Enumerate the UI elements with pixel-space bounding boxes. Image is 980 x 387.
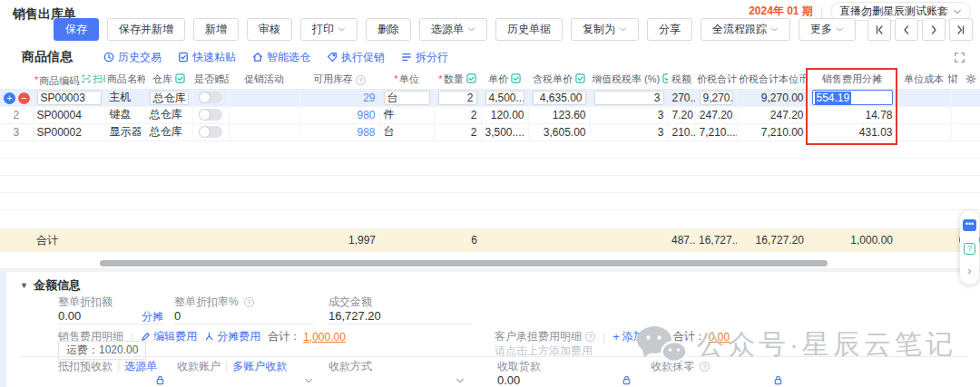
table-row[interactable]: 3 SP00002 显示器 总仓库 988 台 2 3,500.... 3,60… <box>0 123 980 140</box>
vat-rate-input[interactable]: 3 <box>594 91 664 105</box>
unit-cell[interactable]: 件 <box>379 106 434 123</box>
history-trade-link[interactable]: 历史交易 <box>103 50 162 65</box>
customer-expense-total-link[interactable]: 0.00 <box>709 331 730 343</box>
history-documents-button[interactable]: 历史单据 <box>495 18 563 41</box>
select-source-button[interactable]: 选源单 <box>419 18 487 41</box>
feedback-chat-icon[interactable]: ••• <box>963 219 976 231</box>
discount-amount-input[interactable]: 0.00 <box>58 308 142 324</box>
unit-input[interactable]: 台 <box>384 91 430 105</box>
total-cell[interactable]: 7,210.... <box>695 123 737 140</box>
help-question-icon[interactable]: ? <box>964 243 975 255</box>
multi-account-link[interactable]: 多账户收款 <box>232 359 287 374</box>
info-icon[interactable]: ? <box>700 362 710 372</box>
total-cell[interactable]: 247.20 <box>695 106 737 123</box>
sales-expense-cell[interactable]: 14.78 <box>808 106 897 123</box>
sales-outbound-order-page: 销售出库单 2024年 01 期 | 直播勿删星辰测试账套 保存 保存并新增 新… <box>0 0 980 387</box>
table-row[interactable]: 2 SP00004 键盘 总仓库 980 件 2 120.00 123.60 3… <box>0 106 980 123</box>
vat-rate-cell[interactable]: 3 <box>590 123 668 140</box>
total-input[interactable]: 9,270.... <box>700 91 733 105</box>
price-cell[interactable]: 3,500.... <box>481 123 528 140</box>
price-cell[interactable]: 120.00 <box>481 106 528 123</box>
scrollbar-thumb[interactable] <box>100 260 828 266</box>
add-expense-link[interactable]: +添加费用 <box>612 329 666 344</box>
warehouse-cell[interactable]: 总仓库 <box>145 106 192 123</box>
copy-as-button[interactable]: 复制为 <box>571 18 639 41</box>
expand-arrow-icon[interactable]: › <box>967 266 971 276</box>
print-button[interactable]: 打印 <box>300 18 358 41</box>
summary-total-base: 16,727.20 <box>737 228 808 252</box>
horizontal-scrollbar[interactable] <box>0 259 980 266</box>
product-code-cell[interactable]: SP00004 <box>33 106 105 123</box>
customer-expense-detail: 客户承担费用明细 ? | +添加费用 合计： 0.00 <box>495 329 730 344</box>
col-sales-expense-share: 销售费用分摊 <box>808 71 897 89</box>
column-settings-gear-icon[interactable] <box>965 73 976 84</box>
allocate-link[interactable]: 分摊 <box>142 308 163 324</box>
add-row-icon[interactable]: + <box>4 92 15 104</box>
gift-toggle[interactable] <box>199 92 222 103</box>
batch-settings-icon[interactable] <box>947 73 958 84</box>
product-code-cell[interactable]: SP00002 <box>33 123 105 140</box>
first-record-button[interactable] <box>867 18 891 41</box>
allocate-expense-link[interactable]: 分摊费用 <box>204 329 260 344</box>
checkbox-icon[interactable] <box>575 73 585 84</box>
tax-price-cell[interactable]: 3,605.00 <box>528 123 590 140</box>
save-button[interactable]: 保存 <box>54 18 99 41</box>
edit-expense-link[interactable]: 编辑费用 <box>141 329 197 344</box>
previous-record-button[interactable] <box>895 18 918 41</box>
warehouse-input[interactable]: 总仓库 <box>150 91 189 105</box>
full-process-trace-button[interactable]: 全流程跟踪 <box>701 18 790 41</box>
info-icon[interactable]: ? <box>585 332 595 342</box>
save-and-new-button[interactable]: 保存并新增 <box>107 18 185 41</box>
amount-section-title[interactable]: ▼ 金额信息 <box>20 277 81 294</box>
qty-cell[interactable]: 2 <box>434 123 481 140</box>
info-icon[interactable]: ? <box>356 75 366 85</box>
col-unit: *单位 <box>379 71 434 89</box>
qty-cell[interactable]: 2 <box>434 106 481 123</box>
smart-warehouse-link[interactable]: 智能选仓 <box>252 50 310 65</box>
sales-expense-input[interactable]: 554.19 <box>812 90 893 105</box>
warehouse-cell[interactable]: 总仓库 <box>145 123 192 140</box>
last-record-button[interactable] <box>949 18 973 41</box>
quick-paste-link[interactable]: 快速粘贴 <box>178 50 236 65</box>
toolbar: 保存 保存并新增 新增 审核 打印 删除 选源单 历史单据 复制为 分享 全流程… <box>54 18 973 41</box>
tax-price-input[interactable]: 4,635.00 <box>533 91 586 105</box>
next-record-button[interactable] <box>922 18 946 41</box>
product-code-input[interactable]: SP00003 <box>37 91 102 105</box>
sales-expense-cell[interactable]: 431.03 <box>808 123 897 140</box>
table-header-row: *商品编码扫码 商品名称 仓库 是否赠品 促销活动 可用库存? *单位 *数量 … <box>0 71 980 89</box>
select-source-order-link[interactable]: 选源单 <box>124 359 157 374</box>
fullscreen-icon[interactable] <box>954 51 965 67</box>
chevron-down-icon <box>467 25 475 34</box>
lock-icon <box>155 375 165 385</box>
gift-toggle[interactable] <box>199 126 222 138</box>
delete-button[interactable]: 删除 <box>366 18 411 41</box>
unit-cell[interactable]: 台 <box>379 123 434 140</box>
delete-row-icon[interactable]: − <box>18 92 30 104</box>
split-row-link[interactable]: 拆分行 <box>401 50 448 65</box>
receive-money-input[interactable]: 0.00 <box>497 372 622 387</box>
discount-rate-input[interactable]: 0 <box>174 308 313 324</box>
gift-toggle[interactable] <box>199 109 222 121</box>
vat-rate-cell[interactable]: 3 <box>590 106 668 123</box>
table-row[interactable]: +− SP00003 主机 总仓库 29 台 2 4,500.... 4,635… <box>0 89 980 106</box>
run-promotion-link[interactable]: 执行促销 <box>327 50 385 65</box>
checkbox-icon[interactable] <box>175 73 185 84</box>
new-button[interactable]: 新增 <box>193 18 239 41</box>
split-rows-icon <box>401 52 412 63</box>
discount-amount-field: 整单折扣额 0.00 分摊 <box>58 295 163 324</box>
summary-label: 合计 <box>0 228 105 252</box>
checkbox-icon[interactable] <box>511 73 521 84</box>
out-cell <box>951 89 980 106</box>
price-input[interactable]: 4,500.... <box>485 91 524 105</box>
info-icon[interactable]: ? <box>244 297 254 307</box>
tax-price-cell[interactable]: 123.60 <box>528 106 590 123</box>
share-button[interactable]: 分享 <box>647 18 692 41</box>
summary-expense: 1,000.00 <box>808 228 897 252</box>
sales-expense-total-link[interactable]: 1,000.00 <box>303 331 346 343</box>
scan-code-button[interactable]: 扫码 <box>82 73 105 86</box>
checkbox-icon[interactable] <box>466 73 476 84</box>
more-button[interactable]: 更多 <box>799 18 856 41</box>
audit-button[interactable]: 审核 <box>247 18 292 41</box>
checkbox-icon[interactable] <box>662 73 668 84</box>
qty-input[interactable]: 2 <box>438 91 477 105</box>
